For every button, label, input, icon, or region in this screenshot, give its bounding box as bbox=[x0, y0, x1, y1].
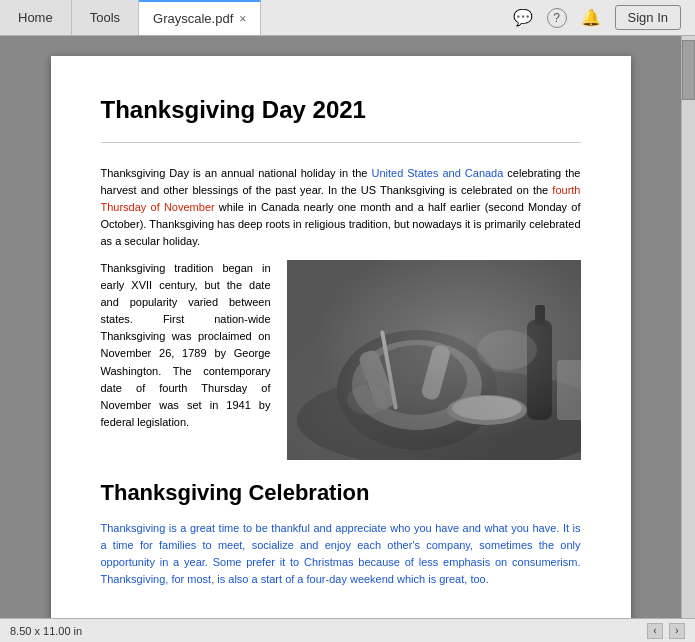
tab-tools-label: Tools bbox=[90, 10, 120, 25]
pdf-area: Thanksgiving Day 2021 Thanksgiving Day i… bbox=[0, 36, 681, 618]
para1-highlight1: United States and Canada bbox=[371, 167, 503, 179]
tab-file[interactable]: Grayscale.pdf × bbox=[139, 0, 261, 35]
food-image-inner bbox=[287, 260, 581, 460]
para3: Thanksgiving is a great time to be thank… bbox=[101, 520, 581, 588]
pdf-scroll-container[interactable]: Thanksgiving Day 2021 Thanksgiving Day i… bbox=[0, 36, 681, 618]
tab-close-button[interactable]: × bbox=[239, 12, 246, 26]
sign-in-button[interactable]: Sign In bbox=[615, 5, 681, 30]
scrollbar-thumb[interactable] bbox=[682, 40, 695, 100]
nav-prev-button[interactable]: ‹ bbox=[647, 623, 663, 639]
status-bar-right: ‹ › bbox=[647, 623, 685, 639]
tab-home-label: Home bbox=[18, 10, 53, 25]
tab-bar: Home Tools Grayscale.pdf × 💬 ? 🔔 Sign In bbox=[0, 0, 695, 36]
section2-title: Thanksgiving Celebration bbox=[101, 480, 581, 506]
para1: Thanksgiving Day is an annual national h… bbox=[101, 165, 581, 250]
scrollbar-track[interactable] bbox=[681, 36, 695, 618]
food-image bbox=[287, 260, 581, 460]
para1-text1: Thanksgiving Day is an annual national h… bbox=[101, 167, 372, 179]
bell-icon[interactable]: 🔔 bbox=[581, 8, 601, 27]
status-bar: 8.50 x 11.00 in ‹ › bbox=[0, 618, 695, 642]
content-section: Thanksgiving tradition began in early XV… bbox=[101, 260, 581, 460]
divider bbox=[101, 142, 581, 143]
tab-home[interactable]: Home bbox=[0, 0, 72, 35]
article-title: Thanksgiving Day 2021 bbox=[101, 96, 581, 124]
help-icon[interactable]: ? bbox=[547, 8, 567, 28]
text-left: Thanksgiving tradition began in early XV… bbox=[101, 260, 271, 460]
pdf-page: Thanksgiving Day 2021 Thanksgiving Day i… bbox=[51, 56, 631, 618]
tab-file-label: Grayscale.pdf bbox=[153, 11, 233, 26]
tab-icons: 💬 ? 🔔 Sign In bbox=[513, 5, 695, 30]
para2: Thanksgiving tradition began in early XV… bbox=[101, 260, 271, 430]
main-area: Thanksgiving Day 2021 Thanksgiving Day i… bbox=[0, 36, 695, 618]
food-image-overlay bbox=[287, 260, 581, 460]
page-dimensions: 8.50 x 11.00 in bbox=[10, 625, 82, 637]
chat-icon[interactable]: 💬 bbox=[513, 8, 533, 27]
nav-next-button[interactable]: › bbox=[669, 623, 685, 639]
tab-tools[interactable]: Tools bbox=[72, 0, 139, 35]
